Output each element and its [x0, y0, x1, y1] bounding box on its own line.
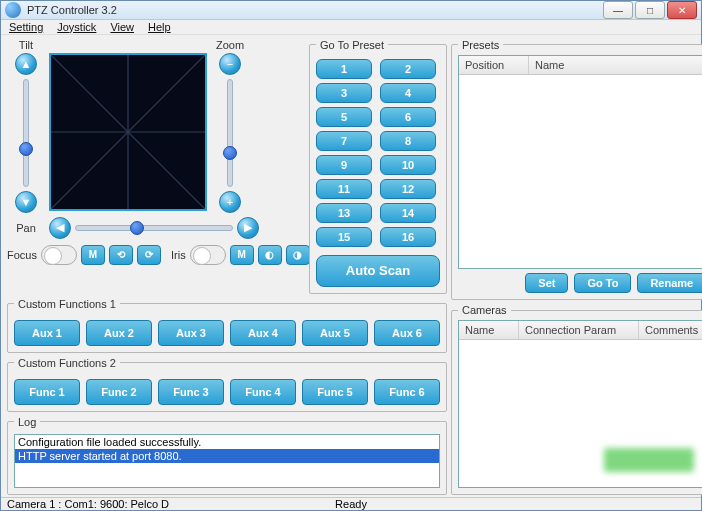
func-1-button[interactable]: Func 1 [14, 379, 80, 405]
log-group: Log Configuration file loaded successful… [7, 416, 447, 495]
menu-view[interactable]: View [110, 21, 134, 33]
preset-button-15[interactable]: 15 [316, 227, 372, 247]
preset-goto-button[interactable]: Go To [574, 273, 631, 293]
goto-preset-group: Go To Preset 12345678910111213141516 Aut… [309, 39, 447, 294]
obscured-region [604, 448, 694, 472]
cameras-col-conn[interactable]: Connection Param [519, 321, 639, 339]
preset-button-16[interactable]: 16 [380, 227, 436, 247]
preset-button-13[interactable]: 13 [316, 203, 372, 223]
menu-joystick[interactable]: Joystick [57, 21, 96, 33]
cameras-col-comments[interactable]: Comments [639, 321, 702, 339]
preset-set-button[interactable]: Set [525, 273, 568, 293]
focus-label: Focus [7, 249, 37, 261]
presets-legend: Presets [458, 39, 503, 51]
preset-button-12[interactable]: 12 [380, 179, 436, 199]
custom2-legend: Custom Functions 2 [14, 357, 120, 369]
menu-help[interactable]: Help [148, 21, 171, 33]
preset-button-6[interactable]: 6 [380, 107, 436, 127]
aux-5-button[interactable]: Aux 5 [302, 320, 368, 346]
maximize-button[interactable]: □ [635, 1, 665, 19]
preset-button-2[interactable]: 2 [380, 59, 436, 79]
aux-3-button[interactable]: Aux 3 [158, 320, 224, 346]
func-5-button[interactable]: Func 5 [302, 379, 368, 405]
tilt-up-button[interactable]: ▲ [15, 53, 37, 75]
custom-functions-2-group: Custom Functions 2 Func 1Func 2Func 3Fun… [7, 357, 447, 412]
pan-left-button[interactable]: ◀ [49, 217, 71, 239]
iris-open-button[interactable]: ◐ [258, 245, 282, 265]
preset-rename-button[interactable]: Rename [637, 273, 702, 293]
aux-2-button[interactable]: Aux 2 [86, 320, 152, 346]
status-bar: Camera 1 : Com1: 9600: Pelco D Ready [1, 497, 701, 510]
ptz-control-group: Tilt ▲ ▼ [7, 39, 310, 265]
zoom-in-button[interactable]: + [219, 191, 241, 213]
log-legend: Log [14, 416, 40, 428]
autoscan-button[interactable]: Auto Scan [316, 255, 440, 287]
presets-col-name[interactable]: Name [529, 56, 702, 74]
app-icon [5, 2, 21, 18]
focus-far-button[interactable]: ⟳ [137, 245, 161, 265]
focus-auto-toggle[interactable] [41, 245, 77, 265]
func-3-button[interactable]: Func 3 [158, 379, 224, 405]
preset-button-3[interactable]: 3 [316, 83, 372, 103]
iris-manual-button[interactable]: M [230, 245, 254, 265]
window-title: PTZ Controller 3.2 [27, 4, 603, 16]
minimize-button[interactable]: — [603, 1, 633, 19]
func-4-button[interactable]: Func 4 [230, 379, 296, 405]
iris-close-button[interactable]: ◑ [286, 245, 310, 265]
log-textarea[interactable]: Configuration file loaded successfully.H… [14, 434, 440, 488]
focus-near-button[interactable]: ⟲ [109, 245, 133, 265]
zoom-slider[interactable] [227, 79, 233, 187]
goto-preset-legend: Go To Preset [316, 39, 388, 51]
tilt-slider[interactable] [23, 79, 29, 187]
preset-button-1[interactable]: 1 [316, 59, 372, 79]
preset-button-14[interactable]: 14 [380, 203, 436, 223]
app-window: PTZ Controller 3.2 — □ ✕ Setting Joystic… [0, 0, 702, 511]
status-ready: Ready [236, 498, 465, 510]
zoom-label: Zoom [216, 39, 244, 51]
aux-1-button[interactable]: Aux 1 [14, 320, 80, 346]
focus-manual-button[interactable]: M [81, 245, 105, 265]
presets-table[interactable]: Position Name [458, 55, 702, 270]
close-button[interactable]: ✕ [667, 1, 697, 19]
zoom-out-button[interactable]: − [219, 53, 241, 75]
preset-button-10[interactable]: 10 [380, 155, 436, 175]
tilt-label: Tilt [19, 39, 33, 51]
custom1-legend: Custom Functions 1 [14, 298, 120, 310]
preset-button-5[interactable]: 5 [316, 107, 372, 127]
log-line[interactable]: Configuration file loaded successfully. [15, 435, 439, 449]
func-2-button[interactable]: Func 2 [86, 379, 152, 405]
preset-button-8[interactable]: 8 [380, 131, 436, 151]
menubar: Setting Joystick View Help [1, 20, 701, 35]
preset-button-9[interactable]: 9 [316, 155, 372, 175]
aux-4-button[interactable]: Aux 4 [230, 320, 296, 346]
cameras-group: Cameras Name Connection Param Comments [451, 304, 702, 494]
custom-functions-1-group: Custom Functions 1 Aux 1Aux 2Aux 3Aux 4A… [7, 298, 447, 353]
iris-auto-toggle[interactable] [190, 245, 226, 265]
preset-button-7[interactable]: 7 [316, 131, 372, 151]
cameras-col-name[interactable]: Name [459, 321, 519, 339]
presets-group: Presets Position Name Set Go To Rename [451, 39, 702, 301]
presets-col-position[interactable]: Position [459, 56, 529, 74]
tilt-down-button[interactable]: ▼ [15, 191, 37, 213]
status-camera: Camera 1 : Com1: 9600: Pelco D [7, 498, 236, 510]
aux-6-button[interactable]: Aux 6 [374, 320, 440, 346]
ptz-joypad[interactable] [49, 53, 207, 211]
log-line[interactable]: HTTP server started at port 8080. [15, 449, 439, 463]
func-6-button[interactable]: Func 6 [374, 379, 440, 405]
preset-button-4[interactable]: 4 [380, 83, 436, 103]
pan-right-button[interactable]: ▶ [237, 217, 259, 239]
pan-slider[interactable] [75, 225, 233, 231]
cameras-legend: Cameras [458, 304, 511, 316]
menu-setting[interactable]: Setting [9, 21, 43, 33]
preset-button-11[interactable]: 11 [316, 179, 372, 199]
pan-label: Pan [7, 222, 45, 234]
titlebar: PTZ Controller 3.2 — □ ✕ [1, 1, 701, 20]
iris-label: Iris [171, 249, 186, 261]
